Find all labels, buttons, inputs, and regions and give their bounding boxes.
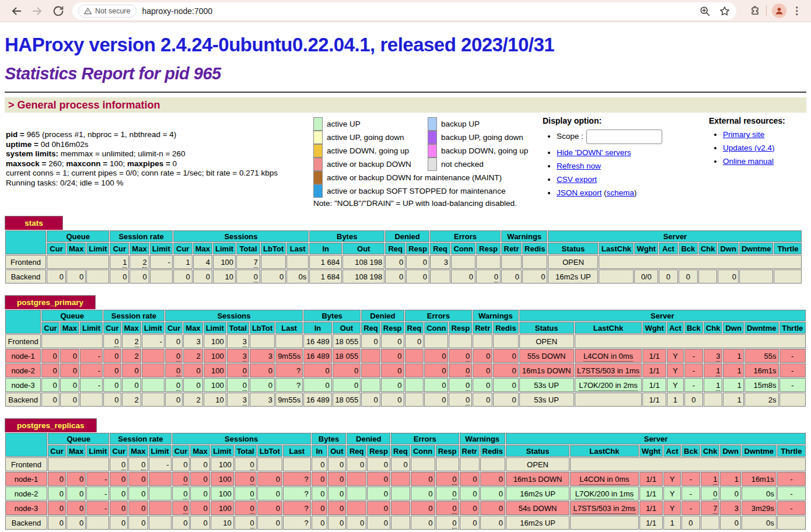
table-cell — [570, 516, 639, 530]
table-cell: 0 — [257, 501, 282, 515]
table-cell: 0 — [659, 270, 678, 284]
table-cell: 0 — [328, 472, 347, 486]
table-cell: 16m1s — [742, 472, 777, 486]
table-cell: 1 — [173, 255, 193, 269]
schema-link[interactable]: schema — [607, 188, 634, 197]
table-cell: 1 — [723, 378, 743, 392]
table-cell — [480, 457, 505, 471]
table-row: Frontend00-00100000000OPEN — [5, 457, 806, 471]
back-icon[interactable] — [10, 5, 23, 18]
column-group-header: Bytes — [303, 310, 361, 321]
column-header: Max — [67, 243, 86, 254]
table-cell — [286, 255, 309, 269]
table-cell: ? — [283, 516, 311, 530]
proxy-section: statsQueueSession rateSessionsBytesDenie… — [5, 216, 806, 284]
table-cell: 0 — [41, 363, 59, 377]
table-cell: 2 — [122, 393, 141, 407]
table-cell: 0 — [103, 378, 121, 392]
table-cell: 0 — [47, 270, 66, 284]
table-cell: 3m29s — [742, 501, 777, 515]
table-cell: 0/0 — [634, 270, 658, 284]
column-group-header: Errors — [430, 230, 501, 242]
table-cell: 0 — [110, 501, 128, 515]
scope-input[interactable] — [586, 130, 662, 144]
table-cell: 0 — [103, 363, 121, 377]
display-option-link[interactable]: Refresh now — [557, 162, 601, 170]
table-cell: 1 — [720, 472, 740, 486]
site-security-chip[interactable]: Not secure — [78, 5, 137, 18]
menu-dots-icon[interactable]: ⋮ — [792, 5, 802, 17]
column-header: Limit — [86, 445, 109, 457]
table-cell: 0 — [720, 487, 740, 501]
table-cell: 0 — [718, 270, 738, 284]
column-group-header: Warnings — [460, 433, 505, 444]
table-cell: 0 — [367, 472, 390, 486]
column-header: In — [312, 445, 327, 457]
column-header: Resp — [436, 445, 459, 457]
table-cell: 0 — [183, 363, 202, 377]
extensions-icon[interactable] — [749, 5, 761, 17]
column-group-header: Sessions — [165, 310, 303, 321]
forward-icon[interactable] — [31, 5, 44, 18]
table-cell: ? — [275, 363, 303, 377]
table-cell: 16m2s UP — [548, 270, 598, 284]
external-resource-link[interactable]: Online manual — [723, 157, 774, 166]
table-cell: 100 — [204, 363, 226, 377]
table-cell: 0 — [67, 270, 86, 284]
page-title: HAProxy version 2.4.24-0ubuntu0.22.04.1,… — [5, 34, 806, 55]
table-cell: 0 — [406, 270, 429, 284]
table-cell: 3 — [227, 393, 249, 407]
column-header: Dwntme — [744, 322, 779, 334]
table-cell: 0 — [720, 516, 740, 530]
table-cell: Y — [663, 472, 681, 486]
address-bar[interactable]: Not secure haproxy-node:7000 — [72, 2, 736, 20]
column-header: Last — [283, 445, 311, 457]
proxy-name-tab: stats — [5, 216, 63, 230]
reload-icon[interactable] — [52, 5, 65, 18]
person-icon — [774, 6, 784, 16]
table-cell: 2 — [130, 255, 149, 269]
row-label: node-1 — [5, 349, 41, 363]
legend-row: active or backup DOWN for maintenance (M… — [313, 171, 528, 184]
table-cell: 0 — [312, 501, 327, 515]
table-cell: 0 — [235, 487, 257, 501]
bookmark-star-icon[interactable] — [719, 5, 730, 17]
display-option-link[interactable]: Hide 'DOWN' servers — [557, 148, 631, 157]
table-cell: 1 — [723, 349, 743, 363]
column-header: Redis — [493, 322, 518, 334]
table-cell: - — [777, 472, 806, 486]
table-cell — [405, 349, 424, 363]
table-cell — [704, 393, 723, 407]
table-cell: - — [86, 501, 109, 515]
table-cell: 0 — [312, 487, 327, 501]
row-label: node-2 — [5, 487, 47, 501]
process-info-line: pid = 965 (process #1, nbproc = 1, nbthr… — [6, 130, 278, 140]
column-header: LbTot — [257, 445, 282, 457]
table-cell: 0 — [436, 487, 459, 501]
column-header: Limit — [213, 243, 236, 254]
column-group-header: Session rate — [103, 310, 165, 321]
table-cell: 0 — [303, 378, 332, 392]
zoom-icon[interactable] — [699, 5, 711, 17]
external-resource-link[interactable]: Primary site — [723, 130, 764, 139]
column-header: Max — [128, 445, 148, 457]
row-label: Frontend — [5, 334, 41, 348]
table-cell: 0 — [67, 487, 86, 501]
table-cell: 0 — [183, 378, 202, 392]
table-cell: 1 — [723, 363, 743, 377]
display-option-link[interactable]: CSV export — [557, 175, 597, 184]
table-cell — [599, 255, 802, 269]
table-cell: 1 — [701, 472, 720, 486]
column-header: Resp — [367, 445, 390, 457]
url-text[interactable]: haproxy-node:7000 — [142, 6, 691, 16]
row-label: Backend — [5, 393, 41, 407]
table-cell: 1 — [667, 393, 684, 407]
table-cell: 0 — [480, 501, 505, 515]
external-resource-link[interactable]: Updates (v2.4) — [723, 144, 775, 152]
table-cell: 3 — [227, 334, 249, 348]
profile-avatar[interactable] — [772, 4, 786, 18]
table-cell — [41, 334, 103, 348]
json-export-link[interactable]: JSON export — [557, 188, 602, 197]
table-cell: 0 — [424, 393, 448, 407]
column-header: Chk — [698, 243, 718, 254]
